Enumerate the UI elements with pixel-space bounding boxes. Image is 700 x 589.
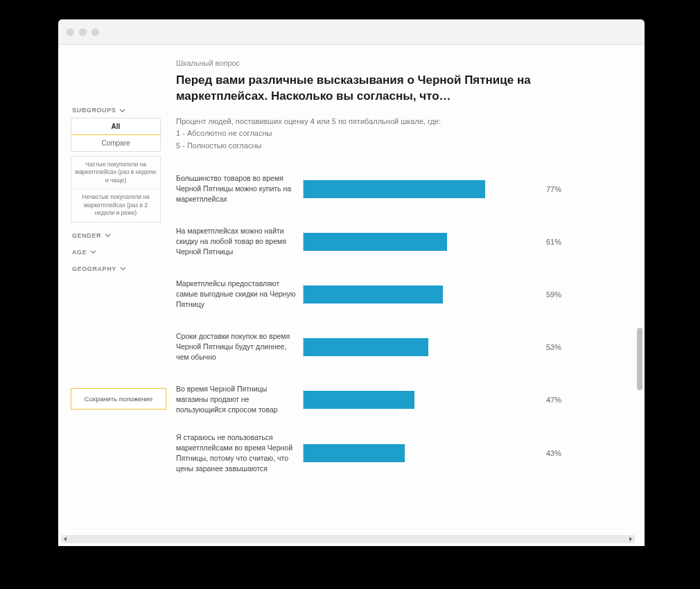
- bar: [304, 285, 443, 304]
- bar-area: [303, 337, 539, 357]
- vertical-scrollbar[interactable]: [637, 51, 642, 531]
- bar-area: [303, 232, 539, 252]
- segment-list: Частые покупатели на маркетплейсах (раз …: [71, 156, 161, 222]
- bar-area: [303, 285, 539, 304]
- vertical-scroll-thumb[interactable]: [637, 328, 642, 390]
- filter-geography[interactable]: GEOGRAPHY: [72, 265, 161, 272]
- content-scroll: SUBGROUPS All Compare Частые покупатели …: [58, 45, 645, 546]
- bar-area: [303, 390, 539, 410]
- chevron-down-icon: [105, 232, 111, 238]
- description: Процент людей, поставивших оценку 4 или …: [176, 116, 645, 152]
- bar-label: Сроки доставки покупок во время Черной П…: [176, 331, 303, 363]
- bar: [304, 180, 485, 198]
- bar-label: Я стараюсь не пользоваться маркетплейсам…: [176, 432, 303, 475]
- window-dot: [79, 28, 87, 36]
- horizontal-scrollbar[interactable]: [61, 535, 635, 543]
- bar: [304, 338, 428, 356]
- bar: [304, 391, 414, 409]
- bar-value: 53%: [546, 343, 561, 351]
- tab-compare[interactable]: Compare: [71, 135, 160, 151]
- description-line: 5 - Полностью согласны: [176, 140, 645, 152]
- bar: [304, 233, 447, 251]
- chart-row: Большинство товаров во время Черной Пятн…: [176, 169, 645, 209]
- sidebar: SUBGROUPS All Compare Частые покупатели …: [58, 45, 168, 487]
- bar-label: Во время Черной Пятницы магазины продают…: [176, 384, 303, 416]
- bar: [304, 444, 405, 462]
- filter-label: SUBGROUPS: [72, 107, 116, 114]
- subgroup-tabs: All Compare: [71, 118, 161, 152]
- bar-value: 47%: [546, 396, 561, 404]
- viewport: SUBGROUPS All Compare Частые покупатели …: [58, 45, 645, 546]
- segment-item[interactable]: Частые покупатели на маркетплейсах (раз …: [71, 157, 160, 189]
- bar-value: 59%: [546, 290, 561, 299]
- segment-item[interactable]: Нечастые покупатели на маркетплейсах (ра…: [71, 189, 160, 221]
- description-line: Процент людей, поставивших оценку 4 или …: [176, 116, 645, 128]
- bar-area: [303, 179, 539, 199]
- question-type: Шкальный вопрос: [176, 59, 645, 67]
- scroll-right-arrow-icon[interactable]: [628, 536, 633, 542]
- bar-label: Большинство товаров во время Черной Пятн…: [176, 173, 303, 205]
- chevron-down-icon: [119, 107, 125, 114]
- page-title: Перед вами различные высказывания о Черн…: [176, 73, 620, 105]
- chart-row: Маркетплейсы предоставляют самые выгодны…: [176, 274, 645, 315]
- chart-row: На маркетплейсах можно найти скидку на л…: [176, 222, 645, 262]
- save-position-button[interactable]: Сохранить положение: [71, 388, 166, 410]
- filter-label: GENDER: [72, 232, 101, 239]
- chart-row: Сроки доставки покупок во время Черной П…: [176, 327, 645, 367]
- filter-subgroups[interactable]: SUBGROUPS: [72, 107, 161, 114]
- chevron-down-icon: [90, 249, 96, 255]
- bar-value: 61%: [546, 238, 561, 246]
- window-titlebar: [58, 19, 645, 45]
- window-dot: [67, 28, 74, 36]
- bar-area: [303, 443, 539, 463]
- filter-label: AGE: [72, 249, 87, 256]
- bar-label: На маркетплейсах можно найти скидку на л…: [176, 226, 303, 258]
- description-line: 1 - Абсолютно не согласны: [176, 128, 645, 140]
- chevron-down-icon: [120, 265, 126, 272]
- bar-chart: Большинство товаров во время Черной Пятн…: [176, 169, 645, 475]
- bar-value: 77%: [546, 185, 561, 193]
- filter-age[interactable]: AGE: [72, 249, 161, 256]
- horizontal-scroll-track[interactable]: [68, 535, 628, 543]
- tab-all[interactable]: All: [71, 118, 161, 135]
- filter-label: GEOGRAPHY: [72, 265, 116, 272]
- window-dot: [91, 28, 99, 36]
- scroll-left-arrow-icon[interactable]: [62, 536, 68, 542]
- main: Шкальный вопрос Перед вами различные выс…: [168, 45, 645, 487]
- chart-row: Во время Черной Пятницы магазины продают…: [176, 380, 645, 420]
- chart-row: Я стараюсь не пользоваться маркетплейсам…: [176, 432, 645, 475]
- filter-gender[interactable]: GENDER: [72, 232, 161, 239]
- browser-window: SUBGROUPS All Compare Частые покупатели …: [58, 19, 645, 546]
- layout: SUBGROUPS All Compare Частые покупатели …: [58, 45, 645, 487]
- bar-label: Маркетплейсы предоставляют самые выгодны…: [176, 279, 303, 310]
- bar-value: 43%: [546, 449, 561, 457]
